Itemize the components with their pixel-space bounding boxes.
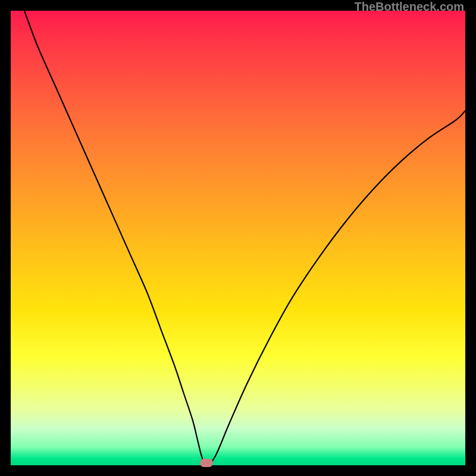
chart-frame: TheBottleneck.com — [0, 0, 476, 476]
plot-area — [11, 11, 465, 465]
bottleneck-curve-path — [24, 11, 465, 465]
curve-svg — [11, 11, 465, 465]
optimal-marker — [200, 459, 213, 467]
